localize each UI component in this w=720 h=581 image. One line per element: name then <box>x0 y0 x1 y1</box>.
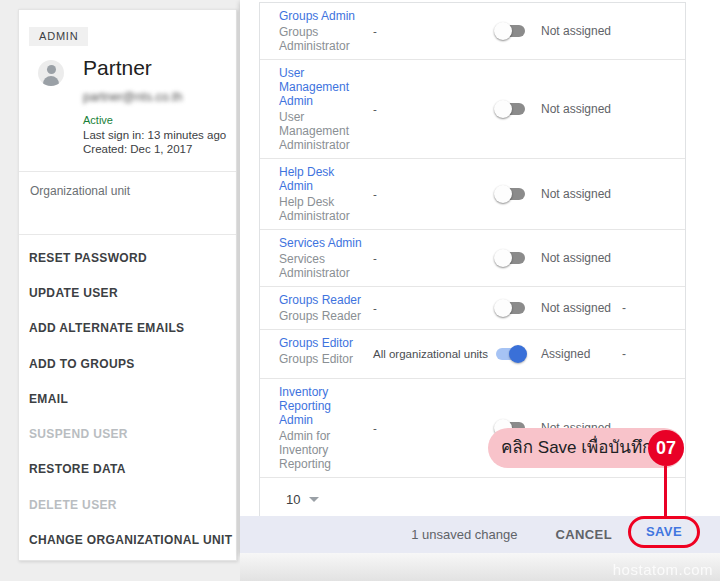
role-description: Groups Reader <box>279 309 367 323</box>
user-status-active: Active <box>83 114 113 126</box>
admin-roles-dialog: Groups Admin Groups Administrator - Not … <box>240 0 720 553</box>
role-scope: - <box>367 159 494 229</box>
role-row: Groups Editor Groups Editor All organiza… <box>260 330 685 379</box>
role-toggle[interactable] <box>494 344 527 364</box>
save-button[interactable]: SAVE <box>646 524 682 539</box>
menu-item-suspend-user: SUSPEND USER <box>19 416 236 451</box>
role-scope: - <box>367 60 494 158</box>
role-status: Not assigned <box>541 159 616 229</box>
role-extra <box>616 60 685 158</box>
role-name-cell: User Management Admin User Management Ad… <box>260 60 367 158</box>
menu-item-add-to-groups[interactable]: ADD TO GROUPS <box>19 346 236 381</box>
toggle-thumb <box>509 345 527 363</box>
role-toggle[interactable] <box>494 21 527 41</box>
role-extra: - <box>616 330 685 378</box>
organizational-unit-label: Organizational unit <box>30 184 130 198</box>
menu-item-change-organizational-unit[interactable]: CHANGE ORGANIZATIONAL UNIT <box>19 522 236 557</box>
role-description: Help Desk Administrator <box>279 195 367 223</box>
menu-item-update-user[interactable]: UPDATE USER <box>19 275 236 310</box>
toggle-thumb <box>494 299 512 317</box>
role-extra <box>616 159 685 229</box>
role-link[interactable]: Groups Reader <box>279 293 367 307</box>
toggle-cell <box>494 287 541 329</box>
cancel-button[interactable]: CANCEL <box>555 527 612 542</box>
role-name-cell: Groups Reader Groups Reader <box>260 287 367 329</box>
role-link[interactable]: Inventory Reporting Admin <box>279 385 367 427</box>
role-scope: - <box>367 287 494 329</box>
role-extra <box>616 3 685 59</box>
role-name-cell: Inventory Reporting Admin Admin for Inve… <box>260 379 367 477</box>
toggle-cell <box>494 60 541 158</box>
toggle-thumb <box>494 22 512 40</box>
role-scope: - <box>367 3 494 59</box>
role-description: Admin for Inventory Reporting <box>279 429 367 471</box>
toggle-cell <box>494 230 541 286</box>
role-scope: - <box>367 230 494 286</box>
role-name-cell: Services Admin Services Administrator <box>260 230 367 286</box>
user-actions-menu: RESET PASSWORDUPDATE USERADD ALTERNATE E… <box>19 240 236 558</box>
role-row: Groups Admin Groups Administrator - Not … <box>260 3 685 60</box>
role-link[interactable]: Services Admin <box>279 236 367 250</box>
page-size-select[interactable]: 10 <box>286 492 300 507</box>
watermark: hostatom.com <box>613 561 713 578</box>
role-status: Not assigned <box>541 230 616 286</box>
user-avatar-icon <box>38 60 64 86</box>
role-toggle[interactable] <box>494 298 527 318</box>
role-name-cell: Groups Admin Groups Administrator <box>260 3 367 59</box>
role-name-cell: Help Desk Admin Help Desk Administrator <box>260 159 367 229</box>
role-status: Not assigned <box>541 60 616 158</box>
role-toggle[interactable] <box>494 248 527 268</box>
role-description: Groups Administrator <box>279 25 367 53</box>
role-link[interactable]: Groups Admin <box>279 9 367 23</box>
admin-badge: ADMIN <box>29 27 88 46</box>
menu-item-restore-data[interactable]: RESTORE DATA <box>19 452 236 487</box>
role-scope: - <box>367 379 494 477</box>
role-status: Not assigned <box>541 287 616 329</box>
menu-item-add-alternate-emails[interactable]: ADD ALTERNATE EMAILS <box>19 311 236 346</box>
toggle-thumb <box>494 249 512 267</box>
role-row: Groups Reader Groups Reader - Not assign… <box>260 287 685 330</box>
toggle-thumb <box>494 100 512 118</box>
callout-text: คลิก Save เพื่อบันทึก <box>501 428 652 468</box>
divider <box>19 234 236 235</box>
user-created-date: Created: Dec 1, 2017 <box>83 143 192 155</box>
role-status: Assigned <box>541 330 616 378</box>
menu-item-delete-user: DELETE USER <box>19 487 236 522</box>
pagination-row: 10 <box>260 478 685 521</box>
role-link[interactable]: Help Desk Admin <box>279 165 367 193</box>
menu-item-email[interactable]: EMAIL <box>19 381 236 416</box>
role-row: Services Admin Services Administrator - … <box>260 230 685 287</box>
role-toggle[interactable] <box>494 184 527 204</box>
role-extra: - <box>616 287 685 329</box>
chevron-down-icon[interactable] <box>309 497 319 502</box>
user-name: Partner <box>83 56 152 80</box>
user-card: ADMIN Partner partner@nts.co.th Active L… <box>18 9 237 561</box>
role-toggle[interactable] <box>494 99 527 119</box>
role-row: Help Desk Admin Help Desk Administrator … <box>260 159 685 230</box>
dialog-footer: 1 unsaved change CANCEL SAVE <box>240 516 720 553</box>
role-description: Services Administrator <box>279 252 367 280</box>
role-description: User Management Administrator <box>279 110 367 152</box>
role-link[interactable]: Groups Editor <box>279 336 367 350</box>
role-status: Not assigned <box>541 3 616 59</box>
divider <box>19 171 236 172</box>
role-row: User Management Admin User Management Ad… <box>260 60 685 159</box>
menu-item-reset-password[interactable]: RESET PASSWORD <box>19 240 236 275</box>
save-highlight-outline: SAVE <box>628 516 700 548</box>
toggle-cell <box>494 3 541 59</box>
toggle-thumb <box>494 185 512 203</box>
user-last-sign-in: Last sign in: 13 minutes ago <box>83 129 226 141</box>
role-description: Groups Editor <box>279 352 367 366</box>
role-extra <box>616 230 685 286</box>
role-name-cell: Groups Editor Groups Editor <box>260 330 367 378</box>
step-number-badge: 07 <box>648 430 684 466</box>
toggle-cell <box>494 159 541 229</box>
toggle-cell <box>494 330 541 378</box>
role-scope: All organizational units <box>367 330 494 378</box>
role-link[interactable]: User Management Admin <box>279 66 367 108</box>
callout-connector-line <box>664 466 667 516</box>
user-email-blurred: partner@nts.co.th <box>83 90 183 104</box>
unsaved-changes-text: 1 unsaved change <box>411 527 517 542</box>
tutorial-callout: คลิก Save เพื่อบันทึก 07 <box>488 428 684 468</box>
